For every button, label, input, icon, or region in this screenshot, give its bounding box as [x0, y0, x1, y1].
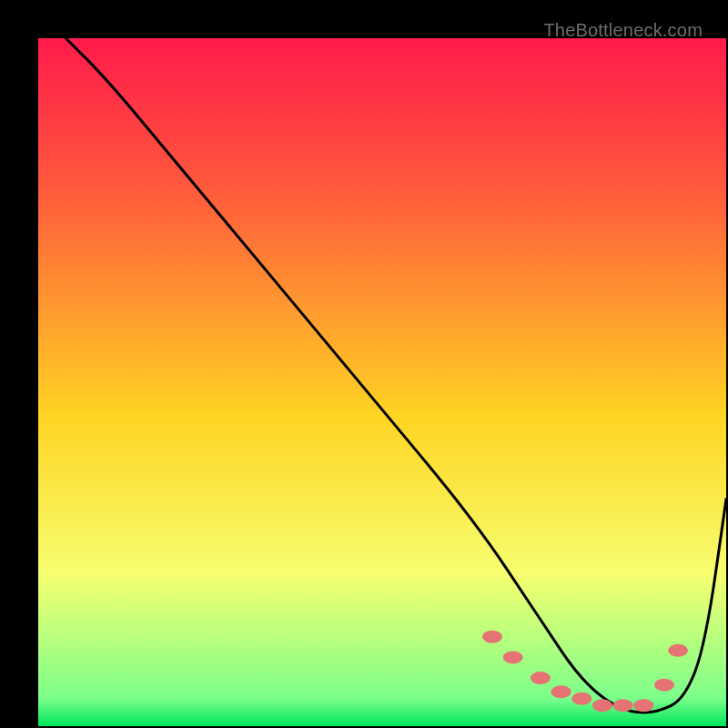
highlight-dot: [592, 699, 612, 712]
highlight-dot: [503, 651, 523, 663]
gradient-background: [38, 38, 726, 726]
highlight-dot: [482, 631, 502, 643]
highlight-dot: [571, 693, 592, 705]
highlight-dot: [551, 685, 571, 698]
highlight-dot: [531, 672, 551, 684]
highlight-dot: [668, 644, 688, 657]
plot-area: [38, 38, 726, 726]
highlight-dot: [633, 699, 653, 712]
chart-frame: TheBottleneck.com: [18, 18, 710, 710]
highlight-dot: [654, 679, 674, 692]
bottleneck-chart: [38, 38, 726, 726]
highlight-dot: [613, 699, 633, 712]
